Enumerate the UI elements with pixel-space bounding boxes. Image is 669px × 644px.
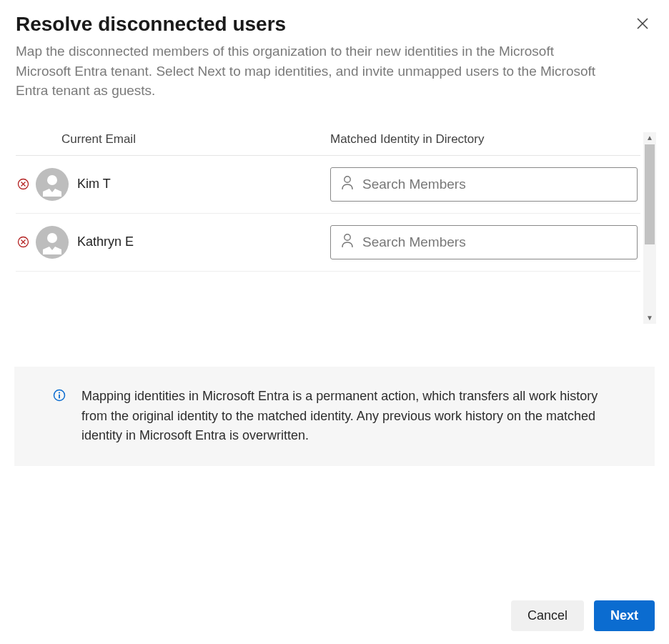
column-header-current-email: Current Email (16, 132, 136, 147)
remove-user-button[interactable] (16, 178, 36, 190)
search-members-field[interactable] (330, 167, 638, 202)
svg-point-15 (59, 392, 60, 393)
info-icon (53, 389, 66, 447)
search-input[interactable] (362, 234, 627, 250)
svg-point-13 (345, 234, 350, 239)
scroll-up-arrow-icon[interactable]: ▲ (643, 132, 656, 144)
search-input[interactable] (362, 177, 627, 192)
scroll-down-arrow-icon[interactable]: ▼ (643, 312, 656, 324)
person-icon (341, 175, 354, 194)
user-name: Kathryn E (77, 234, 134, 249)
cancel-button[interactable]: Cancel (511, 600, 584, 631)
svg-rect-16 (59, 394, 60, 398)
avatar (36, 226, 69, 259)
dialog-title: Resolve disconnected users (16, 13, 286, 36)
remove-user-button[interactable] (16, 236, 36, 248)
info-text: Mapping identities in Microsoft Entra is… (81, 387, 625, 447)
user-name: Kim T (77, 177, 111, 192)
next-button[interactable]: Next (594, 600, 655, 631)
avatar (36, 168, 69, 201)
svg-point-7 (345, 176, 350, 182)
person-icon (341, 233, 354, 252)
column-header-matched-identity: Matched Identity in Directory (330, 132, 484, 146)
scrollbar[interactable]: ▲ ▼ (643, 132, 656, 324)
user-row: Kim T (16, 156, 640, 214)
svg-point-12 (47, 233, 57, 243)
search-members-field[interactable] (330, 225, 638, 259)
close-button[interactable] (632, 13, 653, 34)
scrollbar-thumb[interactable] (645, 144, 655, 244)
svg-point-6 (47, 175, 57, 185)
user-row: Kathryn E (16, 214, 640, 272)
remove-icon (17, 239, 29, 250)
close-icon (636, 21, 649, 32)
remove-icon (17, 182, 29, 192)
info-box: Mapping identities in Microsoft Entra is… (14, 367, 655, 467)
dialog-subtitle: Map the disconnected members of this org… (16, 41, 609, 101)
